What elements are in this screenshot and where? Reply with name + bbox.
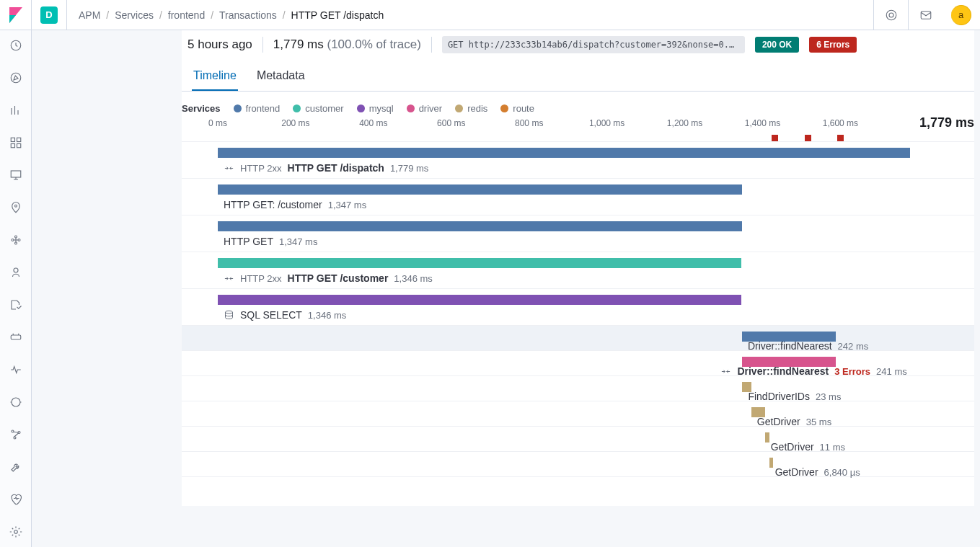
svg-point-15 xyxy=(14,268,18,272)
span-row[interactable]: HTTP GET1,347 ms xyxy=(182,215,974,252)
span-duration: 242 ms xyxy=(838,341,869,352)
span-name: GetDriver xyxy=(757,416,800,427)
total-duration: 1,779 ms (100.0% of trace) xyxy=(273,37,421,52)
breadcrumb-item[interactable]: Services xyxy=(115,9,154,21)
span-row[interactable]: Driver::findNearest242 ms xyxy=(182,326,974,351)
span-row[interactable]: FindDriverIDs23 ms xyxy=(182,376,974,401)
span-duration: 241 ms xyxy=(876,366,907,377)
span-bar[interactable] xyxy=(218,221,742,231)
timeline-tick: 400 ms xyxy=(359,118,387,128)
svg-point-1 xyxy=(889,13,893,17)
monitoring-icon[interactable] xyxy=(9,493,22,508)
legend-item[interactable]: route xyxy=(500,103,534,114)
span-duration: 1,346 ms xyxy=(394,273,432,284)
svg-point-14 xyxy=(18,239,20,241)
error-marker[interactable] xyxy=(772,135,778,141)
breadcrumb: APM/Services/frontend/Transactions/HTTP … xyxy=(67,9,384,21)
span-name: SQL SELECT xyxy=(240,309,302,321)
logs-icon[interactable] xyxy=(9,298,22,313)
legend-item[interactable]: customer xyxy=(293,103,343,114)
mail-icon[interactable] xyxy=(908,0,943,30)
request-url[interactable]: GET http://233c33b14ab6/dispatch?custome… xyxy=(442,36,745,53)
canvas-icon[interactable] xyxy=(9,169,22,184)
span-row[interactable]: GetDriver6,840 µs xyxy=(182,452,974,477)
span-duration: 23 ms xyxy=(816,391,841,402)
span-row[interactable]: SQL SELECT1,346 ms xyxy=(182,289,974,326)
span-bar[interactable] xyxy=(218,258,741,268)
span-bar[interactable] xyxy=(218,184,742,195)
error-marker[interactable] xyxy=(837,135,844,141)
breadcrumb-item[interactable]: APM xyxy=(79,9,100,21)
span-row[interactable]: HTTP GET: /customer1,347 ms xyxy=(182,179,974,215)
span-bar[interactable] xyxy=(218,148,910,158)
span-duration: 6,840 µs xyxy=(824,467,860,478)
recent-icon[interactable] xyxy=(9,39,22,54)
error-badge[interactable]: 6 Errors xyxy=(809,37,857,53)
apm-icon[interactable] xyxy=(9,331,22,346)
svg-rect-16 xyxy=(11,335,21,339)
span-duration: 1,346 ms xyxy=(308,310,346,321)
uptime-icon[interactable] xyxy=(9,363,22,378)
span-name: HTTP GET /customer xyxy=(288,272,389,284)
svg-rect-5 xyxy=(11,138,14,141)
span-status: HTTP 2xx xyxy=(240,163,282,174)
span-name: HTTP GET xyxy=(224,236,273,247)
graph-icon[interactable] xyxy=(9,428,22,443)
management-icon[interactable] xyxy=(9,525,22,541)
breadcrumb-item[interactable]: Transactions xyxy=(219,9,277,21)
visualize-icon[interactable] xyxy=(9,104,22,119)
span-name: HTTP GET: /customer xyxy=(224,199,322,210)
legend-item[interactable]: driver xyxy=(407,103,443,114)
span-duration: 11 ms xyxy=(820,442,845,453)
timeline-tick: 1,400 ms xyxy=(745,118,780,128)
metrics-icon[interactable] xyxy=(9,266,22,281)
svg-point-10 xyxy=(14,205,17,207)
breadcrumb-item[interactable]: frontend xyxy=(168,9,205,21)
span-duration: 1,347 ms xyxy=(328,200,366,210)
span-name: FindDriverIDs xyxy=(748,391,810,402)
dashboard-icon[interactable] xyxy=(9,136,22,151)
span-row[interactable]: GetDriver35 ms xyxy=(182,401,974,427)
svg-rect-9 xyxy=(11,171,21,177)
svg-rect-8 xyxy=(17,144,20,148)
span-status: HTTP 2xx xyxy=(240,273,282,284)
timeline-tick: 200 ms xyxy=(281,118,309,128)
timeline-tick: 0 ms xyxy=(208,118,227,128)
ml-icon[interactable] xyxy=(9,234,22,249)
span-errors[interactable]: 3 Errors xyxy=(834,366,870,377)
devtools-icon[interactable] xyxy=(9,461,22,476)
span-bar[interactable] xyxy=(218,295,741,305)
span-name: Driver::findNearest xyxy=(737,365,829,377)
error-marker[interactable] xyxy=(805,135,811,141)
tab-metadata[interactable]: Metadata xyxy=(255,62,306,91)
span-bar[interactable] xyxy=(765,432,769,443)
span-row[interactable]: HTTP 2xxHTTP GET /customer1,346 ms xyxy=(182,252,974,289)
legend-item[interactable]: frontend xyxy=(234,103,281,114)
span-row[interactable]: GetDriver11 ms xyxy=(182,427,974,452)
svg-point-21 xyxy=(226,311,233,313)
svg-rect-6 xyxy=(17,138,20,141)
timestamp-label: 5 hours ago xyxy=(187,37,252,52)
timeline-tick: 1,000 ms xyxy=(589,118,624,128)
legend-item[interactable]: mysql xyxy=(357,103,394,114)
span-name: Driver::findNearest xyxy=(748,340,832,352)
maps-icon[interactable] xyxy=(9,201,22,216)
kibana-logo[interactable] xyxy=(0,0,32,30)
user-avatar[interactable]: a xyxy=(951,5,971,25)
span-row[interactable]: HTTP 2xxHTTP GET /dispatch1,779 ms xyxy=(182,142,974,179)
siem-icon[interactable] xyxy=(9,396,22,411)
legend-item[interactable]: redis xyxy=(455,103,487,114)
status-badge: 200 OK xyxy=(755,37,799,53)
svg-rect-7 xyxy=(11,144,14,148)
span-duration: 1,779 ms xyxy=(390,163,428,174)
help-icon[interactable] xyxy=(873,0,908,30)
space-selector[interactable]: D xyxy=(40,6,58,24)
discover-icon[interactable] xyxy=(9,71,22,86)
svg-point-11 xyxy=(12,239,14,241)
breadcrumb-item: HTTP GET /dispatch xyxy=(291,9,384,21)
span-row[interactable]: Driver::findNearest3 Errors241 ms xyxy=(182,351,974,376)
tab-timeline[interactable]: Timeline xyxy=(192,62,238,91)
svg-point-12 xyxy=(14,236,17,238)
svg-point-4 xyxy=(11,73,21,83)
span-bar[interactable] xyxy=(769,458,773,468)
